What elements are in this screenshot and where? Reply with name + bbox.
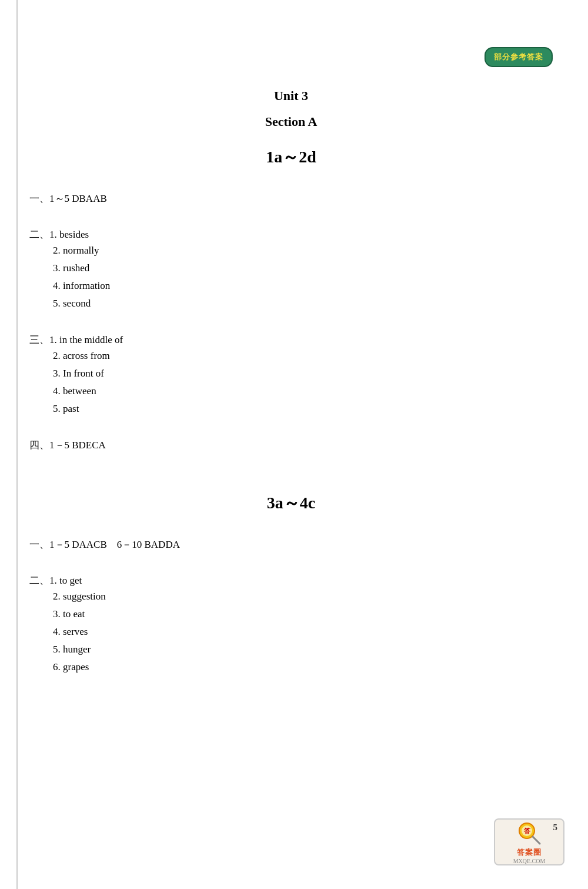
- bottom-watermark: 答 5 答案圈 MXQE.COM: [494, 818, 564, 865]
- bottom-page-num: 5: [553, 823, 558, 833]
- group1-header: 一、1～5 DBAAB: [29, 192, 553, 205]
- range1-title: 1a～2d: [29, 146, 553, 168]
- list-item: 3. to eat: [53, 608, 553, 620]
- group3: 三、1. in the middle of 2. across from 3. …: [29, 333, 553, 415]
- list-item: 4. serves: [53, 626, 553, 638]
- unit-title: Unit 3: [29, 88, 553, 104]
- group4-header: 四、1－5 BDECA: [29, 438, 553, 452]
- list-item: 2. across from: [53, 350, 553, 362]
- group6: 二、1. to get 2. suggestion 3. to eat 4. s…: [29, 574, 553, 673]
- top-answer-badge: 部分参考答案: [485, 47, 553, 67]
- bottom-url: MXQE.COM: [513, 858, 546, 864]
- list-item: 3. rushed: [53, 262, 553, 274]
- list-item: 2. suggestion: [53, 591, 553, 602]
- svg-text:答: 答: [524, 827, 531, 834]
- section-a-title: Section A: [29, 114, 553, 129]
- list-item: 3. In front of: [53, 368, 553, 379]
- list-item: 5. hunger: [53, 644, 553, 655]
- bottom-logo: 答案圈: [517, 847, 542, 858]
- list-item: 4. information: [53, 280, 553, 292]
- group5: 一、1－5 DAACB 6－10 BADDA: [29, 538, 553, 551]
- group1: 一、1～5 DBAAB: [29, 192, 553, 205]
- group2: 二、1. besides 2. normally 3. rushed 4. in…: [29, 228, 553, 309]
- list-item: 4. between: [53, 385, 553, 397]
- list-item: 2. normally: [53, 245, 553, 257]
- group3-header: 三、1. in the middle of: [29, 333, 553, 347]
- list-item: 6. grapes: [53, 661, 553, 673]
- group2-header: 二、1. besides: [29, 228, 553, 241]
- group6-header: 二、1. to get: [29, 574, 553, 587]
- group5-header: 一、1－5 DAACB 6－10 BADDA: [29, 538, 553, 551]
- list-item: 5. past: [53, 403, 553, 415]
- svg-line-2: [533, 837, 540, 844]
- list-item: 5. second: [53, 298, 553, 309]
- range2-title: 3a～4c: [29, 492, 553, 514]
- left-border: [16, 0, 18, 889]
- group4: 四、1－5 BDECA: [29, 438, 553, 452]
